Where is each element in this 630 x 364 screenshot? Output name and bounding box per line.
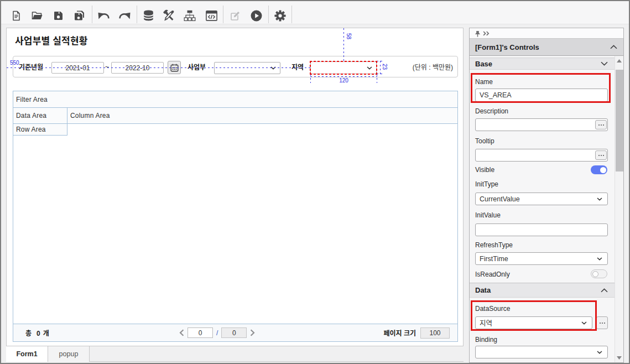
chevron-down-icon xyxy=(270,66,276,70)
chevron-down-icon xyxy=(597,197,602,201)
toolbar-separator xyxy=(137,6,137,23)
data-area-cell[interactable]: Data Area xyxy=(13,108,67,124)
date-from-input[interactable] xyxy=(51,62,104,74)
pager-bar: 총0개 / 페이지 크기 100 xyxy=(13,324,457,341)
open-folder-icon xyxy=(32,11,43,21)
datasource-more-button[interactable] xyxy=(596,316,608,329)
filter-bar: 기준년월 ~ 사업부 지역 (단위 : 백만원) xyxy=(13,56,458,77)
isreadonly-toggle[interactable] xyxy=(591,269,607,278)
pivot-filter-area[interactable]: Filter Area xyxy=(13,91,457,108)
isreadonly-label: IsReadOnly xyxy=(475,271,510,278)
total-pages-input xyxy=(221,327,247,338)
run-button[interactable] xyxy=(248,8,264,23)
gear-icon xyxy=(274,10,286,22)
calendar-button[interactable] xyxy=(168,61,181,74)
scrollbar-thumb[interactable] xyxy=(616,70,623,171)
filter-area-cell: Filter Area xyxy=(13,91,457,107)
initvalue-input[interactable] xyxy=(475,223,608,236)
binding-select[interactable] xyxy=(475,346,608,358)
section-base[interactable]: Base xyxy=(470,58,615,70)
code-icon xyxy=(206,11,217,21)
range-separator: ~ xyxy=(105,56,109,77)
collapse-panel-icon[interactable] xyxy=(483,31,490,36)
pivot-grid: Filter Area Data Area Column Area Row Ar… xyxy=(13,91,458,342)
tab-form1[interactable]: Form1 xyxy=(6,346,48,362)
toolbar-separator xyxy=(268,6,269,23)
chevron-down-icon xyxy=(601,61,608,66)
name-input[interactable] xyxy=(475,89,608,102)
initvalue-label: InitValue xyxy=(475,211,501,219)
refreshtype-label: RefreshType xyxy=(475,241,513,249)
toolbar-separator xyxy=(291,6,292,23)
inittype-label: InitType xyxy=(475,180,498,188)
properties-panel: [Form1]'s Controls Base Name Description… xyxy=(469,28,624,363)
edit-button[interactable] xyxy=(227,8,243,23)
report-title: 사업부별 실적현황 xyxy=(15,33,88,47)
form-tabstrip: Form1 popup xyxy=(6,346,464,362)
description-label: Description xyxy=(475,107,508,115)
page-size-value[interactable]: 100 xyxy=(420,327,450,339)
chevron-up-icon xyxy=(610,45,617,49)
row-area-cell[interactable]: Row Area xyxy=(13,124,67,136)
redo-icon xyxy=(119,12,131,19)
prev-page-icon[interactable] xyxy=(179,329,184,336)
database-button[interactable] xyxy=(140,8,156,23)
tooltip-more-button[interactable] xyxy=(595,150,607,160)
division-select[interactable] xyxy=(214,62,280,74)
redo-button[interactable] xyxy=(117,8,132,23)
date-to-input[interactable] xyxy=(111,62,164,74)
tools-icon xyxy=(163,9,175,22)
binding-label: Binding xyxy=(475,336,497,344)
section-data[interactable]: Data xyxy=(470,283,615,298)
form-design-canvas: 사업부별 실적현황 기준년월 ~ 사업부 지역 (단위 : 백만원) 550 5… xyxy=(6,28,464,346)
database-icon xyxy=(143,10,154,21)
run-icon xyxy=(251,10,262,22)
chevron-down-icon xyxy=(597,257,602,261)
refreshtype-select[interactable]: FirstTime xyxy=(475,252,608,265)
visible-toggle[interactable] xyxy=(591,165,607,174)
panel-header[interactable]: [Form1]'s Controls xyxy=(470,39,623,56)
total-count: 총0개 xyxy=(25,328,49,337)
inittype-select[interactable]: CurrentValue xyxy=(475,193,608,205)
open-file-button[interactable] xyxy=(29,8,45,23)
tab-popup[interactable]: popup xyxy=(48,346,90,362)
new-file-icon xyxy=(11,11,22,21)
description-input[interactable] xyxy=(475,118,608,131)
scroll-down-button[interactable] xyxy=(615,353,623,362)
hierarchy-button[interactable] xyxy=(182,8,197,23)
name-label: Name xyxy=(475,78,493,86)
calendar-icon xyxy=(170,64,179,72)
datasource-label: DataSource xyxy=(475,305,510,313)
panel-scrollbar[interactable] xyxy=(615,56,623,362)
panel-topstrip xyxy=(470,28,623,39)
unit-label: (단위 : 백만원) xyxy=(413,56,453,77)
save-button[interactable] xyxy=(50,8,66,23)
current-page-input[interactable] xyxy=(188,327,213,338)
settings-button[interactable] xyxy=(272,8,288,23)
undo-button[interactable] xyxy=(96,8,111,23)
column-area-cell[interactable]: Column Area xyxy=(67,108,457,124)
chevron-down-icon xyxy=(581,321,587,325)
next-page-icon[interactable] xyxy=(250,329,255,336)
new-file-button[interactable] xyxy=(8,8,24,23)
chevron-down-icon xyxy=(597,351,602,354)
scroll-up-button[interactable] xyxy=(615,56,623,65)
description-more-button[interactable] xyxy=(595,120,607,129)
pager-controls: / xyxy=(179,327,255,338)
pivot-header-row: Data Area Column Area xyxy=(13,108,457,124)
datasource-select[interactable]: 지역 xyxy=(475,316,592,329)
toolbar-separator xyxy=(92,6,92,23)
region-select[interactable] xyxy=(310,61,377,74)
page-size-label: 페이지 크기 xyxy=(383,328,416,337)
region-label: 지역 xyxy=(291,56,304,77)
code-button[interactable] xyxy=(204,8,219,23)
save-all-button[interactable] xyxy=(71,8,87,23)
tooltip-input[interactable] xyxy=(475,149,608,162)
tools-button[interactable] xyxy=(161,8,176,23)
guide-top-label: 58 xyxy=(346,33,352,39)
save-all-icon xyxy=(74,10,85,21)
toolbar-separator xyxy=(223,6,223,23)
visible-label: Visible xyxy=(475,166,494,174)
pin-icon[interactable] xyxy=(475,30,481,37)
chevron-down-icon xyxy=(367,66,372,70)
